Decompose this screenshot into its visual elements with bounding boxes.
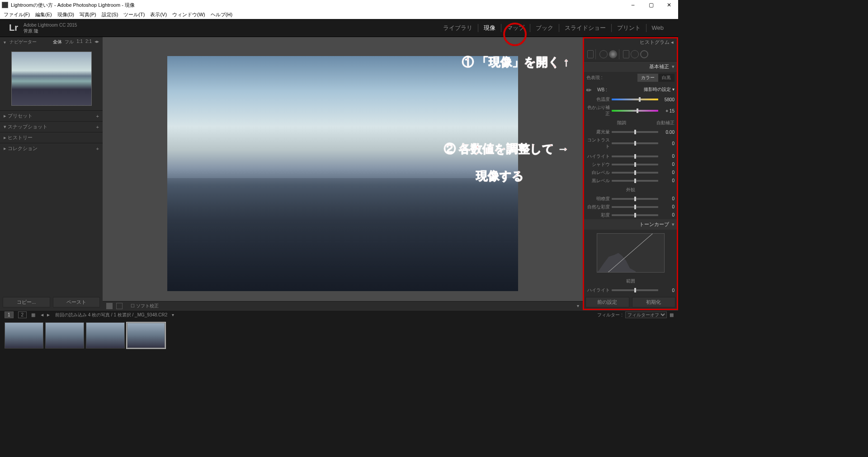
slider-tint[interactable]: 色かぶり補正 + 15 bbox=[583, 104, 678, 118]
zoom-1-1[interactable]: 1:1 bbox=[76, 39, 83, 45]
photo-preview[interactable] bbox=[167, 56, 518, 291]
maximize-button[interactable]: ▢ bbox=[642, 0, 660, 10]
collections-label: コレクション bbox=[8, 146, 38, 151]
slider-vibrance[interactable]: 自然な彩度0 bbox=[583, 203, 678, 211]
module-map[interactable]: マップ bbox=[501, 24, 530, 32]
right-panel: ヒストグラム ◂ 基本補正▾ 色表現 : カラー 白黒 bbox=[583, 37, 678, 310]
slider-whites[interactable]: 白レベル0 bbox=[583, 169, 678, 177]
display-2[interactable]: 2 bbox=[18, 311, 27, 318]
menu-photo[interactable]: 写真(P) bbox=[78, 11, 98, 18]
slider-saturation[interactable]: 彩度0 bbox=[583, 211, 678, 219]
slider-contrast[interactable]: コントラスト0 bbox=[583, 136, 678, 151]
menubar: ファイル(F) 編集(E) 現像(D) 写真(P) 設定(S) ツール(T) 表… bbox=[0, 10, 678, 19]
zoom-fit[interactable]: 全体 bbox=[53, 39, 62, 45]
left-panel: ▾ ナビゲーター 全体 フル 1:1 2:1 ◂▸ ▸ プリセット + ▾ スナ… bbox=[0, 37, 103, 310]
module-library[interactable]: ライブラリ bbox=[438, 24, 478, 32]
menu-view[interactable]: 表示(V) bbox=[148, 11, 169, 18]
panel-presets[interactable]: ▸ プリセット + bbox=[0, 110, 103, 121]
wb-row: WB : 撮影時の設定 ▾ bbox=[583, 84, 678, 95]
menu-settings[interactable]: 設定(S) bbox=[100, 11, 120, 18]
zoom-fill[interactable]: フル bbox=[65, 39, 74, 45]
plus-icon[interactable]: + bbox=[96, 146, 99, 151]
filmstrip-header: 1 2 ▦ ◄ ► 前回の読み込み 4 枚の写真 / 1 枚選択 / _MG_9… bbox=[0, 310, 678, 319]
filmstrip-thumb[interactable] bbox=[5, 322, 43, 349]
filmstrip-thumb[interactable] bbox=[45, 322, 84, 349]
menu-window[interactable]: ウィンドウ(W) bbox=[170, 11, 207, 18]
module-develop[interactable]: 現像 bbox=[478, 24, 501, 32]
histogram-header[interactable]: ヒストグラム ◂ bbox=[583, 37, 678, 47]
panel-history[interactable]: ▸ ヒストリー bbox=[0, 132, 103, 143]
treatment-bw[interactable]: 白黒 bbox=[658, 74, 675, 82]
panel-collections[interactable]: ▸ コレクション + bbox=[0, 143, 103, 154]
redeye-tool-icon[interactable] bbox=[609, 50, 617, 58]
tonecurve-header[interactable]: トーンカーブ▾ bbox=[583, 219, 678, 230]
app-header: Lr Adobe Lightroom CC 2015 菅原 隆 ライブラリ 現像… bbox=[0, 19, 678, 37]
plus-icon[interactable]: + bbox=[96, 113, 99, 119]
filter-select[interactable]: フィルターオフ bbox=[625, 311, 667, 318]
before-after-icon[interactable] bbox=[116, 303, 123, 309]
filter-label: フィルター : bbox=[597, 312, 623, 318]
nav-back-icon[interactable]: ◄ bbox=[40, 312, 44, 317]
wb-value[interactable]: 撮影時の設定 ▾ bbox=[644, 86, 675, 93]
user-name: 菅原 隆 bbox=[24, 28, 77, 34]
gradient-tool-icon[interactable] bbox=[623, 50, 629, 58]
brush-tool-icon[interactable] bbox=[640, 50, 648, 58]
snapshots-label: スナップショット bbox=[8, 124, 47, 129]
zoom-more-icon[interactable]: ◂▸ bbox=[94, 39, 99, 45]
slider-highlights[interactable]: ハイライト0 bbox=[583, 152, 678, 160]
slider-shadows[interactable]: シャドウ0 bbox=[583, 160, 678, 169]
zoom-2-1[interactable]: 2:1 bbox=[85, 39, 92, 45]
filter-lock-icon[interactable]: ▦ bbox=[670, 312, 674, 317]
slider-blacks[interactable]: 黒レベル0 bbox=[583, 177, 678, 185]
nav-fwd-icon[interactable]: ► bbox=[46, 312, 51, 317]
slider-temp[interactable]: 色温度 5800 bbox=[583, 95, 678, 104]
paste-button[interactable]: ペースト bbox=[53, 297, 100, 307]
dropdown-icon[interactable]: ▾ bbox=[172, 312, 174, 317]
wb-dropper-icon[interactable] bbox=[585, 84, 596, 95]
loupe-view-icon[interactable] bbox=[106, 303, 113, 309]
soft-proof-label[interactable]: ソフト校正 bbox=[136, 303, 159, 308]
minimize-button[interactable]: – bbox=[624, 0, 642, 10]
spot-tool-icon[interactable] bbox=[599, 50, 608, 58]
slider-region-highlights[interactable]: ハイライト0 bbox=[583, 286, 678, 294]
window-title: Lightroomの使い方 - Adobe Photoshop Lightroo… bbox=[11, 2, 135, 9]
menu-edit[interactable]: 編集(E) bbox=[33, 11, 54, 18]
slider-exposure[interactable]: 露光量0.00 bbox=[583, 128, 678, 136]
copy-button[interactable]: コピー... bbox=[3, 297, 50, 307]
auto-tone-button[interactable]: 自動補正 bbox=[656, 120, 675, 126]
display-1[interactable]: 1 bbox=[5, 311, 14, 318]
menu-tools[interactable]: ツール(T) bbox=[122, 11, 146, 18]
module-print[interactable]: プリント bbox=[612, 24, 646, 32]
secondary-toolbar: ☐ ソフト校正 ▾ bbox=[103, 301, 583, 310]
menu-develop[interactable]: 現像(D) bbox=[56, 11, 76, 18]
panel-snapshots[interactable]: ▾ スナップショット + bbox=[0, 121, 103, 132]
crop-tool-icon[interactable] bbox=[587, 50, 594, 58]
filmstrip-thumb-selected[interactable] bbox=[127, 322, 165, 349]
toolbar-menu-icon[interactable]: ▾ bbox=[577, 303, 579, 308]
navigator-header: ▾ ナビゲーター 全体 フル 1:1 2:1 ◂▸ bbox=[0, 37, 103, 47]
plus-icon[interactable]: + bbox=[96, 124, 99, 130]
chevron-down-icon[interactable]: ▾ bbox=[4, 40, 6, 45]
navigator-label: ナビゲーター bbox=[9, 39, 37, 45]
tonecurve-widget[interactable] bbox=[597, 233, 665, 273]
filmstrip-info: 前回の読み込み 4 枚の写真 / 1 枚選択 / _MG_9348.CR2 bbox=[55, 312, 167, 318]
treatment-color[interactable]: カラー bbox=[637, 74, 658, 82]
radial-tool-icon[interactable] bbox=[631, 50, 639, 58]
reset-button[interactable]: 初期化 bbox=[632, 297, 676, 307]
slider-clarity[interactable]: 明瞭度0 bbox=[583, 195, 678, 203]
previous-settings-button[interactable]: 前の設定 bbox=[585, 297, 629, 307]
module-web[interactable]: Web bbox=[646, 24, 670, 31]
basic-panel-header[interactable]: 基本補正▾ bbox=[583, 61, 678, 72]
filmstrip-thumb[interactable] bbox=[86, 322, 125, 349]
grid-icon[interactable]: ▦ bbox=[31, 312, 35, 317]
wb-label: WB : bbox=[597, 87, 607, 92]
left-bottom-buttons: コピー... ペースト bbox=[0, 294, 103, 310]
close-button[interactable]: ✕ bbox=[660, 0, 678, 10]
module-slideshow[interactable]: スライドショー bbox=[559, 24, 612, 32]
menu-help[interactable]: ヘルプ(H) bbox=[209, 11, 234, 18]
module-book[interactable]: ブック bbox=[530, 24, 559, 32]
app-icon bbox=[2, 2, 8, 8]
tool-strip bbox=[583, 47, 678, 61]
menu-file[interactable]: ファイル(F) bbox=[2, 11, 32, 18]
navigator-preview[interactable] bbox=[11, 52, 92, 106]
